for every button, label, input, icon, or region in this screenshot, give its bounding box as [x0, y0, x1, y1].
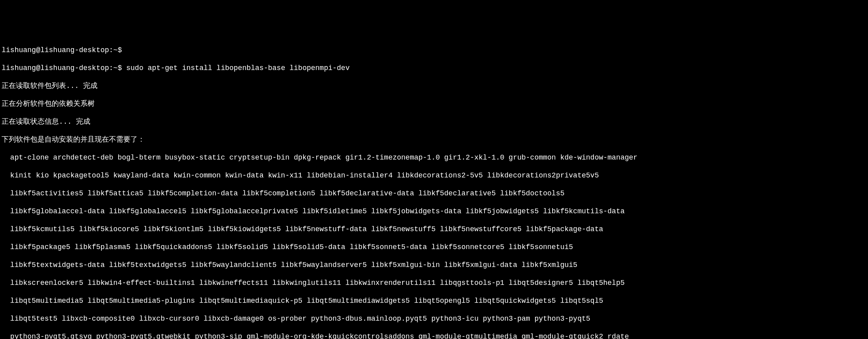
- command-line: lishuang@lishuang-desktop:~$ sudo apt-ge…: [2, 64, 866, 73]
- entered-command: sudo apt-get install libopenblas-base li…: [126, 64, 350, 72]
- package-list-line: libkf5globalaccel-data libkf5globalaccel…: [2, 207, 866, 216]
- package-list-line: python3-pyqt5.qtsvg python3-pyqt5.qtwebk…: [2, 332, 866, 339]
- output-line: 正在读取状态信息... 完成: [2, 117, 866, 127]
- package-list-line: kinit kio kpackagetool5 kwayland-data kw…: [2, 171, 866, 180]
- prev-prompt: lishuang@lishuang-desktop:~$: [2, 46, 866, 55]
- package-list-line: libkf5textwidgets-data libkf5textwidgets…: [2, 261, 866, 270]
- shell-prompt: lishuang@lishuang-desktop:~$: [2, 64, 126, 72]
- output-line: 正在读取软件包列表... 完成: [2, 82, 866, 91]
- package-list-line: apt-clone archdetect-deb bogl-bterm busy…: [2, 153, 866, 162]
- output-line: 下列软件包是自动安装的并且现在不需要了：: [2, 135, 866, 144]
- package-list-line: libkf5activities5 libkf5attica5 libkf5co…: [2, 189, 866, 198]
- package-list-line: libqt5test5 libxcb-composite0 libxcb-cur…: [2, 314, 866, 323]
- package-list-line: libkf5package5 libkf5plasma5 libkf5quick…: [2, 243, 866, 252]
- package-list-line: libqt5multimedia5 libqt5multimedia5-plug…: [2, 296, 866, 306]
- package-list-line: libkscreenlocker5 libkwin4-effect-builti…: [2, 279, 866, 288]
- package-list-line: libkf5kcmutils5 libkf5kiocore5 libkf5kio…: [2, 225, 866, 234]
- terminal-output[interactable]: lishuang@lishuang-desktop:~$ lishuang@li…: [2, 37, 866, 339]
- output-line: 正在分析软件包的依赖关系树: [2, 99, 866, 109]
